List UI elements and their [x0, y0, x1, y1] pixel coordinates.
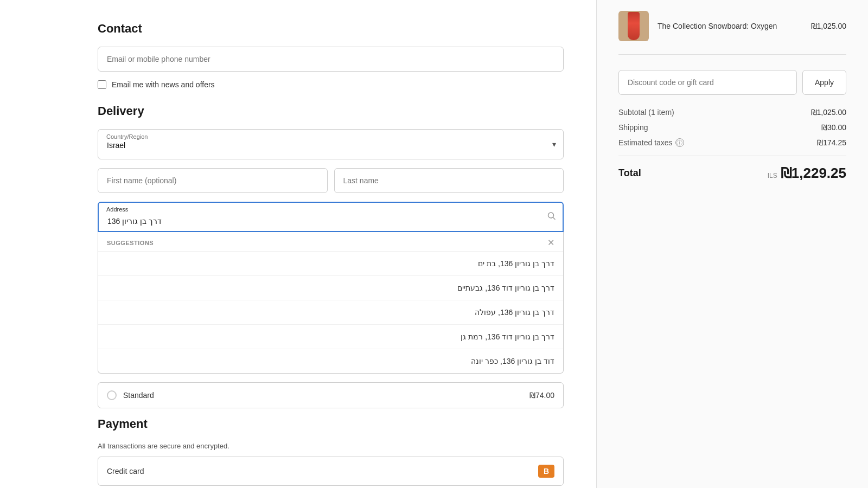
country-group: Country/Region Israel ▾ — [98, 129, 564, 159]
left-panel: Contact Email me with news and offers De… — [0, 0, 597, 488]
close-suggestions-button[interactable]: ✕ — [547, 237, 554, 248]
credit-card-label: Credit card — [107, 467, 144, 476]
suggestions-box: SUGGESTIONS ✕ דרך בן גוריון 136, בת ים ד… — [98, 232, 564, 374]
address-wrapper: Address SUGGESTIONS ✕ דרך בן גוריון 136,… — [98, 202, 564, 374]
payment-title: Payment — [98, 417, 564, 431]
taxes-label: Estimated taxes ⓘ — [618, 138, 684, 147]
totals-section: Subtotal (1 item) ₪1,025.00 Shipping ₪30… — [618, 108, 846, 182]
product-row: The Collection Snowboard: Oxygen ₪1,025.… — [618, 11, 846, 55]
suggestion-item[interactable]: דרך בן גוריון דוד 136, רמת גן — [98, 325, 563, 349]
taxes-value: ₪174.25 — [817, 138, 846, 147]
subtotal-label: Subtotal (1 item) — [618, 108, 674, 117]
snowboard-visual — [628, 12, 640, 40]
shipping-value: ₪30.00 — [821, 123, 846, 132]
total-value-group: ILS ₪1,229.25 — [768, 165, 846, 182]
payment-subtitle: All transactions are secure and encrypte… — [98, 442, 564, 450]
shipping-row: Shipping ₪30.00 — [618, 123, 846, 132]
delivery-title: Delivery — [98, 104, 564, 118]
info-icon[interactable]: ⓘ — [675, 138, 684, 147]
product-name: The Collection Snowboard: Oxygen — [658, 22, 802, 30]
shipping-left: Standard — [107, 390, 154, 400]
country-select-wrapper: Country/Region Israel ▾ — [98, 129, 564, 159]
payment-section: Payment All transactions are secure and … — [98, 417, 564, 486]
total-value: ₪1,229.25 — [781, 165, 846, 182]
contact-title: Contact — [98, 22, 564, 36]
shipping-label: Shipping — [618, 123, 648, 132]
newsletter-row: Email me with news and offers — [98, 80, 564, 89]
suggestion-item[interactable]: דוד בן גוריון 136, כפר יונה — [98, 349, 563, 373]
suggestions-header: SUGGESTIONS ✕ — [98, 232, 563, 252]
total-currency: ILS — [768, 172, 777, 179]
brand-badge: B — [538, 465, 554, 478]
newsletter-checkbox[interactable] — [98, 80, 106, 89]
discount-row: Apply — [618, 70, 846, 95]
right-panel: The Collection Snowboard: Oxygen ₪1,025.… — [597, 0, 868, 488]
shipping-radio[interactable] — [107, 390, 117, 400]
suggestion-item[interactable]: דרך בן גוריון 136, עפולה — [98, 300, 563, 325]
credit-card-row[interactable]: Credit card B — [98, 457, 564, 486]
first-name-input[interactable] — [98, 168, 328, 193]
address-input[interactable] — [98, 202, 564, 232]
taxes-row: Estimated taxes ⓘ ₪174.25 — [618, 138, 846, 147]
address-input-container: Address — [98, 202, 564, 232]
total-label: Total — [618, 168, 641, 179]
discount-input[interactable] — [618, 70, 797, 95]
suggestion-item[interactable]: דרך בן גוריון 136, בת ים — [98, 252, 563, 276]
name-row — [98, 168, 564, 193]
shipping-option[interactable]: Standard ₪74.00 — [98, 382, 564, 408]
suggestion-item[interactable]: דרך בן גוריון דוד 136, גבעתיים — [98, 276, 563, 300]
shipping-name: Standard — [123, 391, 154, 400]
total-row: Total ILS ₪1,229.25 — [618, 156, 846, 182]
subtotal-value: ₪1,025.00 — [811, 108, 847, 117]
subtotal-row: Subtotal (1 item) ₪1,025.00 — [618, 108, 846, 117]
product-price: ₪1,025.00 — [811, 22, 847, 30]
apply-button[interactable]: Apply — [802, 70, 846, 95]
last-name-input[interactable] — [334, 168, 564, 193]
product-image — [618, 11, 649, 41]
email-input[interactable] — [98, 47, 564, 72]
taxes-label-text: Estimated taxes — [618, 138, 673, 147]
shipping-price: ₪74.00 — [529, 391, 554, 400]
suggestions-header-text: SUGGESTIONS — [107, 240, 154, 246]
email-group — [98, 47, 564, 72]
country-select[interactable]: Israel — [98, 129, 564, 159]
newsletter-label: Email me with news and offers — [112, 80, 215, 89]
